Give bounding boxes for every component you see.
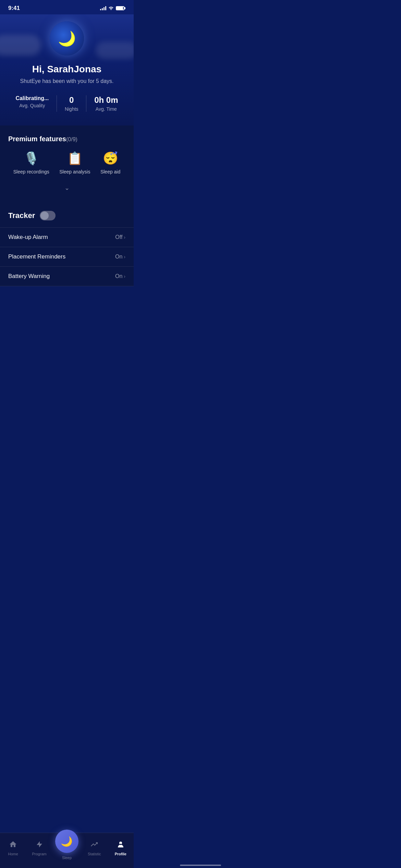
avg-time-value: 0h 0m <box>94 95 118 105</box>
expand-features-button[interactable]: ⌄ <box>8 181 125 197</box>
chevron-right-icon-2: › <box>124 254 125 260</box>
chevron-right-icon: › <box>124 234 125 240</box>
tracker-toggle[interactable] <box>40 211 56 220</box>
placement-reminders-label: Placement Reminders <box>8 253 65 260</box>
status-icons <box>100 6 125 11</box>
tracker-section: Tracker <box>0 203 134 220</box>
wakeup-alarm-label: Wake-up Alarm <box>8 234 48 241</box>
greeting-text: Hi, SarahJonas <box>8 64 125 75</box>
cloud-decoration-right <box>96 42 134 59</box>
tracker-title: Tracker <box>8 211 35 220</box>
feature-sleep-recordings[interactable]: 🎙️ Sleep recordings <box>13 151 49 174</box>
feature-sleep-aid[interactable]: 😴 Sleep aid <box>100 151 120 174</box>
placement-reminders-value: On › <box>115 254 125 260</box>
stat-divider-1 <box>57 95 57 112</box>
avg-quality-label: Avg. Quality <box>15 103 49 108</box>
avg-time-stat: 0h 0m Avg. Time <box>94 95 118 112</box>
premium-title: Premium features(0/9) <box>8 135 125 143</box>
features-row: 🎙️ Sleep recordings 📋 Sleep analysis 😴 S… <box>8 151 125 174</box>
wifi-icon <box>108 6 114 11</box>
sleep-aid-label: Sleep aid <box>100 169 120 174</box>
app-logo <box>50 21 84 56</box>
hero-section: Hi, SarahJonas ShutEye has been with you… <box>0 14 134 125</box>
status-time: 9:41 <box>8 5 20 12</box>
cloud-decoration-left <box>0 35 41 56</box>
sleep-analysis-icon: 📋 <box>67 151 83 166</box>
settings-list: Wake-up Alarm Off › Placement Reminders … <box>0 227 134 286</box>
avg-time-label: Avg. Time <box>94 106 118 112</box>
sleep-recordings-label: Sleep recordings <box>13 169 49 174</box>
moon-icon <box>58 30 75 47</box>
wakeup-alarm-row[interactable]: Wake-up Alarm Off › <box>0 228 134 247</box>
battery-warning-row[interactable]: Battery Warning On › <box>0 267 134 286</box>
chevron-down-icon: ⌄ <box>64 184 70 192</box>
status-bar: 9:41 <box>0 0 134 14</box>
wakeup-alarm-value: Off › <box>115 234 125 240</box>
toggle-knob <box>40 212 49 220</box>
battery-icon <box>116 6 125 10</box>
nights-label: Nights <box>65 106 78 112</box>
nights-stat: 0 Nights <box>65 95 78 112</box>
tracker-header: Tracker <box>8 211 125 220</box>
battery-warning-label: Battery Warning <box>8 273 50 280</box>
premium-section: Premium features(0/9) 🎙️ Sleep recording… <box>0 125 134 203</box>
feature-sleep-analysis[interactable]: 📋 Sleep analysis <box>59 151 90 174</box>
sleep-aid-icon: 😴 <box>103 151 118 166</box>
avg-quality-stat: Calibrating... Avg. Quality <box>15 95 49 112</box>
avg-quality-value: Calibrating... <box>15 95 49 101</box>
signal-icon <box>100 6 106 10</box>
chevron-right-icon-3: › <box>124 274 125 279</box>
nights-value: 0 <box>65 95 78 105</box>
sleep-recordings-icon: 🎙️ <box>24 151 39 166</box>
battery-warning-value: On › <box>115 273 125 279</box>
placement-reminders-row[interactable]: Placement Reminders On › <box>0 247 134 267</box>
stats-row: Calibrating... Avg. Quality 0 Nights 0h … <box>8 95 125 112</box>
main-content: Premium features(0/9) 🎙️ Sleep recording… <box>0 125 134 286</box>
subtitle-text: ShutEye has been with you for 5 days. <box>8 78 125 84</box>
sleep-analysis-label: Sleep analysis <box>59 169 90 174</box>
stat-divider-2 <box>86 95 86 112</box>
